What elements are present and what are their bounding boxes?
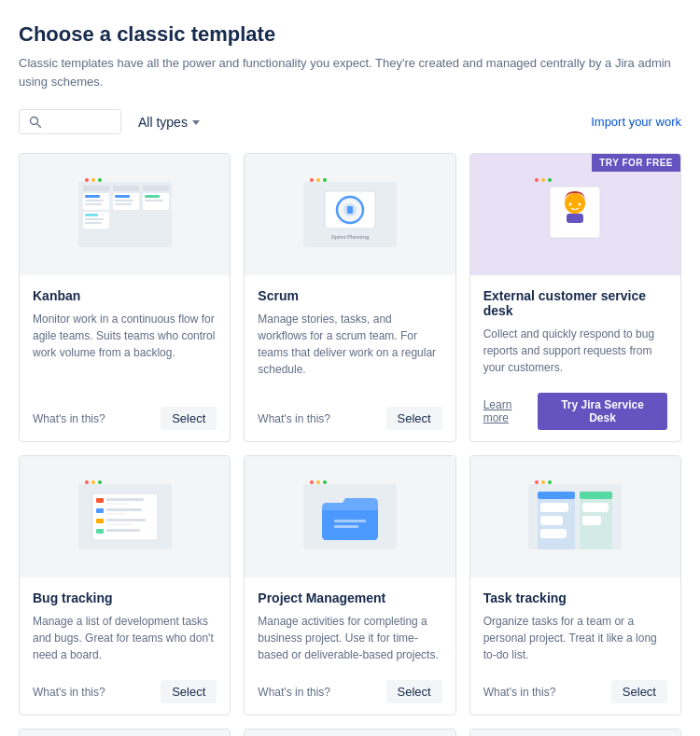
card-project-management-footer: What's in this? Select (245, 673, 455, 715)
card-recruitment: Recruitment Monitor candidates from appl… (469, 729, 681, 736)
task-tracking-select-button[interactable]: Select (611, 680, 667, 703)
card-kanban-body: Kanban Monitor work in a continuous flow… (20, 275, 230, 399)
toolbar: All types Import your work (19, 109, 681, 134)
chevron-down-icon (192, 120, 200, 125)
cards-grid: Kanban Monitor work in a continuous flow… (19, 153, 681, 715)
project-management-illustration (299, 475, 401, 559)
svg-point-33 (535, 178, 539, 182)
svg-rect-74 (582, 503, 609, 512)
svg-point-23 (98, 178, 102, 182)
svg-point-26 (316, 178, 320, 182)
customer-service-learn-more-link[interactable]: Learn more (483, 398, 538, 424)
card-external-customer-service-desk: TRY FOR FREE (469, 153, 681, 442)
card-task-tracking-body: Task tracking Organize tasks for a team … (470, 577, 680, 673)
kanban-whats-in-link[interactable]: What's in this? (33, 412, 105, 425)
svg-rect-3 (83, 186, 109, 191)
svg-point-59 (316, 480, 320, 484)
customer-service-illustration (524, 173, 626, 257)
svg-rect-46 (96, 498, 104, 503)
kanban-select-button[interactable]: Select (161, 407, 217, 430)
card-project-management-body: Project Management Manage activities for… (245, 577, 455, 673)
card-kanban-image (20, 154, 230, 275)
svg-rect-10 (85, 218, 104, 220)
svg-point-60 (323, 480, 327, 484)
svg-point-22 (91, 178, 95, 182)
task-tracking-illustration (524, 475, 626, 559)
card-scrum-title: Scrum (258, 288, 441, 303)
svg-rect-17 (143, 186, 169, 191)
card-project-management-desc: Manage activities for completing a busin… (258, 613, 441, 663)
type-filter[interactable]: All types (131, 110, 207, 134)
svg-rect-73 (540, 529, 567, 538)
svg-rect-31 (347, 206, 353, 214)
card-project-management-title: Project Management (258, 590, 441, 605)
svg-point-44 (98, 480, 102, 484)
svg-rect-68 (538, 492, 575, 499)
bug-tracking-illustration (74, 475, 176, 559)
card-bug-tracking-footer: What's in this? Select (20, 673, 230, 715)
project-management-whats-in-link[interactable]: What's in this? (258, 686, 330, 699)
page-subtitle: Classic templates have all the power and… (19, 54, 681, 90)
svg-point-42 (85, 480, 89, 484)
svg-rect-55 (96, 529, 104, 534)
card-recruitment-image (470, 729, 680, 736)
card-task-tracking: Task tracking Organize tasks for a team … (469, 455, 681, 715)
svg-point-37 (565, 193, 585, 214)
card-scrum: Sprint Planning Scrum Manage stories, ta… (244, 153, 455, 442)
card-bug-tracking-desc: Manage a list of development tasks and b… (33, 613, 217, 663)
card-customer-service-body: External customer service desk Collect a… (470, 275, 680, 385)
svg-point-27 (323, 178, 327, 182)
svg-point-38 (569, 203, 572, 206)
scrum-whats-in-link[interactable]: What's in this? (258, 412, 330, 425)
import-work-link[interactable]: Import your work (591, 115, 681, 129)
card-process-control: Process control Track activities and tas… (19, 729, 231, 736)
scrum-select-button[interactable]: Select (386, 407, 442, 430)
task-tracking-whats-in-link[interactable]: What's in this? (483, 686, 556, 699)
card-scrum-desc: Manage stories, tasks, and workflows for… (258, 311, 441, 390)
svg-rect-52 (96, 519, 104, 523)
search-box[interactable] (19, 109, 121, 134)
card-project-management-image (245, 456, 455, 577)
svg-point-34 (541, 178, 545, 182)
svg-rect-53 (106, 519, 146, 521)
svg-rect-50 (106, 508, 142, 511)
svg-rect-14 (115, 195, 130, 198)
try-jira-service-desk-button[interactable]: Try Jira Service Desk (538, 393, 667, 430)
card-task-tracking-desc: Organize tasks for a team or a personal … (483, 613, 667, 663)
search-icon (29, 116, 42, 129)
card-process-control-image (20, 729, 230, 736)
card-bug-tracking-title: Bug tracking (33, 590, 217, 605)
svg-line-1 (37, 123, 41, 127)
card-content-management-image (245, 729, 455, 736)
card-task-tracking-footer: What's in this? Select (470, 673, 680, 715)
card-kanban-footer: What's in this? Select (20, 399, 230, 441)
svg-rect-72 (540, 516, 563, 525)
svg-rect-15 (115, 200, 133, 201)
card-bug-tracking-body: Bug tracking Manage a list of developmen… (20, 577, 230, 673)
card-customer-service-footer: Learn more Try Jira Service Desk (470, 385, 680, 441)
svg-point-25 (310, 178, 314, 182)
svg-rect-11 (85, 222, 102, 224)
svg-rect-62 (334, 525, 358, 528)
bug-tracking-whats-in-link[interactable]: What's in this? (33, 686, 105, 699)
svg-point-66 (548, 480, 552, 484)
svg-rect-12 (113, 186, 139, 191)
svg-rect-71 (540, 503, 568, 512)
card-scrum-footer: What's in this? Select (245, 399, 455, 441)
partial-cards-row: Process control Track activities and tas… (19, 729, 681, 736)
kanban-illustration (74, 173, 176, 257)
scrum-illustration: Sprint Planning (299, 173, 401, 257)
card-kanban: Kanban Monitor work in a continuous flow… (19, 153, 231, 442)
card-customer-service-image: TRY FOR FREE (470, 154, 680, 275)
svg-rect-48 (106, 503, 130, 505)
search-input[interactable] (48, 115, 113, 129)
svg-point-35 (548, 178, 552, 182)
card-bug-tracking: Bug tracking Manage a list of developmen… (19, 455, 231, 715)
project-management-select-button[interactable]: Select (386, 680, 442, 703)
bug-tracking-select-button[interactable]: Select (161, 680, 217, 703)
svg-rect-54 (106, 523, 133, 525)
card-bug-tracking-image (20, 456, 230, 577)
svg-rect-51 (106, 513, 127, 515)
page-title: Choose a classic template (19, 22, 681, 47)
svg-rect-9 (85, 214, 98, 216)
